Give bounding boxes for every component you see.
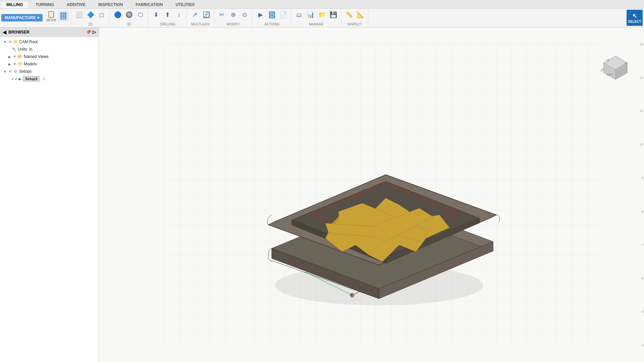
actions-label: ACTIONS (264, 22, 279, 26)
setups-visibility-icon[interactable]: 👁 (7, 69, 13, 74)
2d-btn-1[interactable]: ⬜ (74, 9, 85, 20)
setup-group: 📋 SETUP G1 G2 (43, 9, 71, 27)
modify-group: ✂ ⊕ ⊙ MODIFY (215, 9, 253, 27)
setups-label: Setups (19, 69, 32, 74)
2d-btn-3[interactable]: ◻ (97, 9, 107, 20)
toolbar: MILLING TURNING ADDITIVE INSPECTION FABR… (0, 0, 644, 27)
viewcube-svg[interactable]: TOP LEFT LEFT Y X (600, 54, 631, 84)
tree-item-setup3[interactable]: ✔ ✔ ▶ Setup3 ⊙ (0, 75, 99, 82)
viewcube[interactable]: TOP LEFT LEFT Y X (600, 54, 631, 84)
manufacture-label: MANUFACTURE (5, 15, 36, 20)
tree-item-setups[interactable]: ▼ 👁 ⚙ Setups (0, 68, 99, 75)
manage-group: 🗂 📊 📁 💾 MANAGE (292, 9, 341, 27)
cam-root-label: CAM Root (19, 40, 38, 44)
3d-group: 🔵 🔘 ⬡ 3D (110, 9, 148, 27)
model-viewport-svg (164, 44, 600, 346)
ruler-mark-9: 9 (637, 176, 644, 180)
file-tree: ▼ 👁 📁 CAM Root 🔧 Units: in ▶ 👁 📂 Named V… (0, 37, 99, 362)
select-button[interactable]: ↖ SELECT (627, 10, 643, 26)
g-icon[interactable]: G1 G2 (58, 10, 69, 21)
modify-label: MODIFY (227, 22, 240, 26)
svg-text:X: X (607, 59, 609, 62)
tab-turning[interactable]: TURNING (29, 1, 60, 8)
named-views-expand-icon[interactable]: ▶ (7, 54, 12, 59)
ruler-mark-13: 13 (637, 43, 644, 46)
tree-item-units[interactable]: 🔧 Units: in (0, 46, 99, 53)
3d-btn-3[interactable]: ⬡ (135, 9, 146, 20)
actions-btn-2[interactable]: G1 G2 (267, 9, 277, 20)
named-views-label: Named Views (24, 54, 49, 59)
ruler-mark-4: 4 (637, 344, 644, 347)
svg-text:LEFT: LEFT (607, 73, 613, 76)
browser-title: BROWSER (8, 30, 30, 35)
browser-pin-icon[interactable]: 📌 (86, 29, 91, 35)
tab-milling[interactable]: MILLING (0, 1, 29, 8)
select-area: ↖ SELECT (627, 10, 643, 26)
named-views-folder-icon: 📂 (17, 54, 23, 59)
tab-fabrication[interactable]: FABRICATION (129, 1, 169, 8)
cam-root-visibility-icon[interactable]: 👁 (7, 39, 13, 45)
3d-btn-1[interactable]: 🔵 (112, 9, 123, 20)
ruler-mark-10: 10 (637, 143, 644, 146)
setup3-check2-icon: ✔ (15, 77, 17, 81)
ruler-mark-8: 8 (637, 210, 644, 213)
browser-header: ◀ BROWSER 📌 ▷ (0, 27, 99, 37)
units-icon: 🔧 (11, 47, 17, 52)
setups-expand-icon[interactable]: ▼ (3, 69, 7, 74)
2d-btn-2[interactable]: 🔷 (85, 9, 96, 20)
manage-btn-1[interactable]: 🗂 (294, 9, 305, 20)
drilling-group: ⬇ ⬆ ↕ DRILLING (149, 9, 187, 27)
inspect-label: INSPECT (347, 22, 362, 26)
main-content: ◀ BROWSER 📌 ▷ ▼ 👁 📁 CAM Root 🔧 Units: (0, 27, 644, 362)
inspect-group: 📏 📐 INSPECT (342, 9, 368, 27)
cam-root-expand-icon[interactable]: ▼ (3, 40, 7, 44)
manage-btn-3[interactable]: 📁 (317, 9, 327, 20)
ruler-mark-5: 5 (637, 310, 644, 313)
browser-expand-icon[interactable]: ▷ (93, 29, 96, 35)
manage-btn-2[interactable]: 📊 (305, 9, 316, 20)
2d-label: 2D (88, 22, 93, 26)
inspect-btn-2[interactable]: 📐 (355, 9, 366, 20)
tab-inspection[interactable]: INSPECTION (92, 1, 129, 8)
actions-btn-1[interactable]: ▶ (255, 9, 266, 20)
svg-text:Y: Y (625, 62, 627, 65)
drilling-btn-2[interactable]: ⬆ (162, 9, 173, 20)
models-label: Models (24, 62, 37, 66)
modify-btn-2[interactable]: ⊕ (228, 9, 239, 20)
setup3-check-icon: ✔ (11, 77, 14, 81)
viewport[interactable]: TOP LEFT LEFT Y X 13 12 11 10 9 8 7 (99, 27, 644, 362)
tab-utilities[interactable]: UTILITIES (169, 1, 201, 8)
tree-item-named-views[interactable]: ▶ 👁 📂 Named Views (0, 53, 99, 60)
multi-axis-label: MULTI-AXIS (191, 22, 210, 26)
models-visibility-icon[interactable]: 👁 (12, 61, 17, 67)
manufacture-button[interactable]: MANUFACTURE ▾ (1, 14, 43, 21)
2d-group: ⬜ 🔷 ◻ 2D (72, 9, 110, 27)
manage-btn-4[interactable]: 💾 (328, 9, 339, 20)
multi-axis-btn-2[interactable]: 🔄 (201, 9, 212, 20)
ruler-right: 13 12 11 10 9 8 7 6 5 4 (637, 27, 644, 362)
actions-btn-3[interactable]: 📄 (278, 9, 289, 20)
ribbon: MANUFACTURE ▾ 📋 SETUP G1 G2 ⬜ (0, 9, 644, 27)
actions-group: ▶ G1 G2 📄 ACTIONS (253, 9, 291, 27)
setup-button[interactable]: 📋 SETUP (45, 9, 57, 22)
setups-icon: ⚙ (13, 69, 18, 74)
modify-btn-1[interactable]: ✂ (217, 9, 227, 20)
drilling-btn-1[interactable]: ⬇ (151, 9, 162, 20)
3d-btn-2[interactable]: 🔘 (124, 9, 135, 20)
setup3-extra-icon[interactable]: ⊙ (41, 76, 47, 81)
multi-axis-btn-1[interactable]: ↗ (190, 9, 200, 20)
named-views-visibility-icon[interactable]: 👁 (12, 54, 17, 59)
modify-btn-3[interactable]: ⊙ (239, 9, 250, 20)
inspect-btn-1[interactable]: 📏 (344, 9, 355, 20)
drilling-btn-3[interactable]: ↕ (174, 9, 184, 20)
sidebar: ◀ BROWSER 📌 ▷ ▼ 👁 📁 CAM Root 🔧 Units: (0, 27, 99, 362)
svg-point-20 (351, 294, 353, 296)
models-expand-icon[interactable]: ▶ (7, 62, 12, 66)
browser-back-icon[interactable]: ◀ (3, 29, 6, 35)
ruler-mark-7: 7 (637, 243, 644, 247)
tree-item-models[interactable]: ▶ 👁 📁 Models (0, 60, 99, 68)
setup3-badge[interactable]: Setup3 (23, 76, 40, 81)
units-label: Units: in (18, 47, 32, 52)
tree-item-cam-root[interactable]: ▼ 👁 📁 CAM Root (0, 38, 99, 46)
tab-additive[interactable]: ADDITIVE (60, 1, 92, 8)
